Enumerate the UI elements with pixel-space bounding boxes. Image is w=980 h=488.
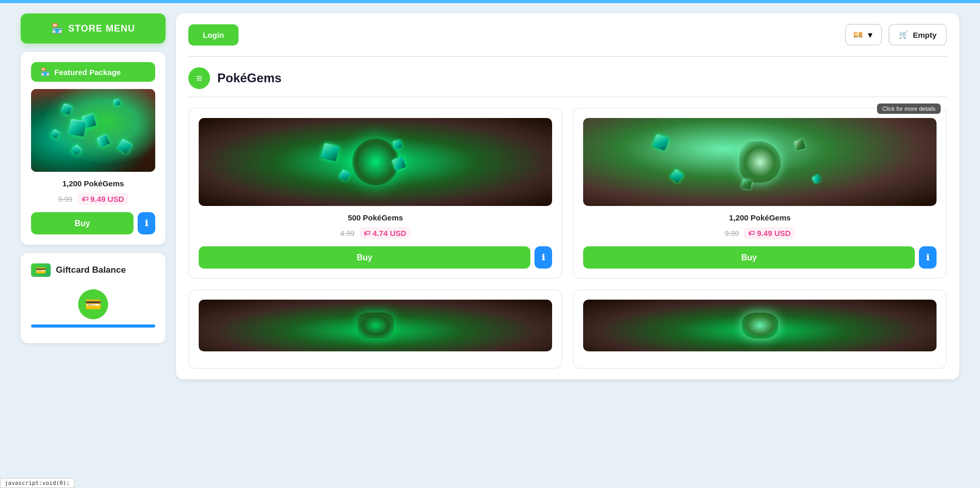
giftcard-icon: 💳 bbox=[31, 263, 51, 277]
product-card-500-gems[interactable]: 500 PokéGems 4.99 🏷 4.74 USD Buy ℹ bbox=[188, 108, 562, 279]
top-actions-bar: Login 💴 ▼ 🛒 Empty bbox=[188, 24, 947, 46]
tooltip-badge-1200: Click for more details bbox=[877, 103, 941, 114]
featured-icon: 🏪 bbox=[40, 67, 50, 77]
featured-price-row: 9.99 🏷 9.49 USD bbox=[31, 193, 155, 205]
featured-sale-price-value: 9.49 USD bbox=[91, 195, 124, 203]
giftcard-circle-area: 💳 bbox=[31, 284, 155, 333]
gem-visual-bottom-2 bbox=[583, 300, 937, 351]
giftcard-title: Giftcard Balance bbox=[56, 265, 126, 275]
btn-row-1200: Buy ℹ bbox=[583, 246, 937, 269]
section-icon: ≡ bbox=[188, 67, 210, 89]
gem-visual-bottom-1 bbox=[199, 300, 552, 351]
tag-icon: 🏷 bbox=[364, 229, 370, 237]
gem-shape bbox=[113, 99, 121, 106]
info-button-1200[interactable]: ℹ bbox=[919, 246, 937, 269]
giftcard-section: 💳 Giftcard Balance 💳 bbox=[21, 253, 166, 343]
featured-original-price: 9.99 bbox=[58, 195, 72, 203]
tag-icon: 🏷 bbox=[82, 195, 88, 203]
cart-label: Empty bbox=[913, 31, 937, 39]
dropdown-arrow-icon: ▼ bbox=[866, 31, 874, 39]
currency-dropdown[interactable]: 💴 ▼ bbox=[845, 24, 882, 46]
js-status-bar: javascript:void(0); bbox=[0, 478, 75, 488]
section-title-row: ≡ PokéGems bbox=[188, 67, 947, 97]
product-image-bottom-2 bbox=[583, 300, 937, 351]
gem-shape bbox=[117, 139, 132, 154]
featured-sale-price: 🏷 9.49 USD bbox=[78, 193, 128, 205]
info-button-500[interactable]: ℹ bbox=[534, 246, 552, 269]
js-status-text: javascript:void(0); bbox=[5, 480, 70, 486]
product-card-bottom-1[interactable] bbox=[188, 289, 562, 369]
section-divider bbox=[188, 56, 947, 57]
featured-package-card: 🏪 Featured Package 1,200 PokéGems bbox=[21, 52, 166, 245]
featured-package-header: 🏪 Featured Package bbox=[31, 62, 155, 82]
info-icon: ℹ bbox=[926, 253, 929, 262]
store-menu-button[interactable]: 🏪 STORE MENU bbox=[21, 13, 166, 43]
featured-label: Featured Package bbox=[54, 68, 121, 77]
price-row-500: 4.99 🏷 4.74 USD bbox=[199, 227, 552, 239]
cart-button[interactable]: 🛒 Empty bbox=[888, 24, 947, 46]
gem-shape bbox=[50, 129, 60, 139]
original-price-500: 4.99 bbox=[340, 229, 354, 238]
product-image-bottom-1 bbox=[199, 300, 552, 351]
featured-product-name: 1,200 PokéGems bbox=[31, 179, 155, 188]
original-price-1200: 9.99 bbox=[725, 229, 739, 238]
product-name-500: 500 PokéGems bbox=[199, 213, 552, 222]
gem-shape bbox=[61, 103, 72, 115]
featured-buy-button[interactable]: Buy bbox=[31, 212, 133, 234]
giftcard-circle-icon: 💳 bbox=[78, 289, 108, 319]
buy-button-500[interactable]: Buy bbox=[199, 246, 530, 269]
gem-shape bbox=[69, 119, 87, 137]
store-menu-label: STORE MENU bbox=[68, 23, 136, 34]
layers-icon: ≡ bbox=[196, 72, 202, 84]
login-button[interactable]: Login bbox=[188, 24, 239, 46]
featured-button-row: Buy ℹ bbox=[31, 212, 155, 234]
btn-row-500: Buy ℹ bbox=[199, 246, 552, 269]
main-content: Login 💴 ▼ 🛒 Empty ≡ PokéGems bbox=[176, 13, 959, 379]
section-title: PokéGems bbox=[217, 71, 281, 85]
product-card-1200-gems[interactable]: Click for more details 1,200 PokéGems bbox=[573, 108, 947, 279]
cart-icon: 🛒 bbox=[899, 30, 909, 39]
price-row-1200: 9.99 🏷 9.49 USD bbox=[583, 227, 937, 239]
tag-icon: 🏷 bbox=[748, 229, 755, 237]
gem-visual-1200 bbox=[583, 118, 937, 206]
sidebar: 🏪 STORE MENU 🏪 Featured Package bbox=[21, 13, 166, 379]
gem-visual-500 bbox=[199, 118, 552, 206]
gem-shape bbox=[71, 144, 83, 156]
store-menu-icon: 🏪 bbox=[51, 23, 63, 34]
sale-price-1200: 🏷 9.49 USD bbox=[744, 227, 795, 239]
main-card: Login 💴 ▼ 🛒 Empty ≡ PokéGems bbox=[176, 13, 959, 379]
product-image-500 bbox=[199, 118, 552, 206]
gem-shape bbox=[97, 134, 111, 148]
product-image-1200 bbox=[583, 118, 937, 206]
sale-price-1200-value: 9.49 USD bbox=[757, 229, 791, 238]
sale-price-500-value: 4.74 USD bbox=[373, 229, 406, 238]
giftcard-header: 💳 Giftcard Balance bbox=[31, 263, 155, 277]
product-name-1200: 1,200 PokéGems bbox=[583, 213, 937, 222]
info-icon: ℹ bbox=[542, 253, 545, 262]
featured-info-button[interactable]: ℹ bbox=[138, 212, 155, 234]
product-card-bottom-2[interactable] bbox=[573, 289, 947, 369]
info-icon: ℹ bbox=[145, 218, 148, 228]
featured-product-image bbox=[31, 89, 155, 172]
giftcard-progress-bar bbox=[31, 324, 155, 328]
currency-icon: 💴 bbox=[853, 30, 863, 39]
buy-button-1200[interactable]: Buy bbox=[583, 246, 915, 269]
gems-visual bbox=[31, 89, 155, 172]
products-grid: 500 PokéGems 4.99 🏷 4.74 USD Buy ℹ bbox=[188, 108, 947, 369]
sale-price-500: 🏷 4.74 USD bbox=[360, 227, 410, 239]
